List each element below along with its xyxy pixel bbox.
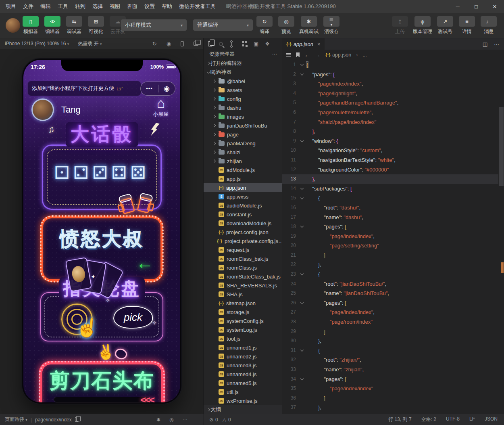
plugin-icon[interactable]: ❖ <box>265 41 270 47</box>
toolbar-button-测试号[interactable]: ↗测试号 <box>436 16 454 35</box>
menu-item[interactable]: 微信开发者工具 <box>179 3 216 10</box>
tree-file-util.js[interactable]: JSutil.js <box>204 387 282 396</box>
code-line-7[interactable]: 7 "shaizi/page/index/index" <box>282 117 498 127</box>
toolbar-button-编辑器[interactable]: </>编辑器 <box>44 16 61 35</box>
tree-file-unnamed5.js[interactable]: JSunnamed5.js <box>204 379 282 387</box>
menu-item[interactable]: 界面 <box>127 3 137 10</box>
more-actions-icon[interactable]: ⋯ <box>183 417 187 423</box>
tree-file-app.js[interactable]: JSapp.js <box>204 174 282 183</box>
tree-file-project.private.config.js…[interactable]: {··}project.private.config.js… <box>204 237 282 245</box>
tree-file-wxPromise.js[interactable]: JSwxPromise.js <box>204 396 282 405</box>
tree-section-打开的编辑器[interactable]: 打开的编辑器 <box>204 59 282 68</box>
code-line-6[interactable]: 6 "page/roulette/roulette", <box>282 108 498 117</box>
tree-folder-page[interactable]: page <box>204 130 282 139</box>
fold-chevron-icon[interactable] <box>300 272 304 275</box>
menu-item[interactable]: 工具 <box>58 3 68 10</box>
tree-file-storage.js[interactable]: JSstorage.js <box>204 308 282 316</box>
code-line-10[interactable]: 10 "navigationStyle": "custom", <box>282 146 498 155</box>
menu-item[interactable]: 选择 <box>92 3 103 10</box>
compile-mode-dropdown[interactable]: 普通编译 ▾ <box>193 19 253 31</box>
eol-setting[interactable]: LF <box>469 416 475 423</box>
tree-folder-dashu[interactable]: dashu <box>204 103 282 112</box>
game-card-angry-uncle[interactable]: 愤怒大叔 ← ✦ <box>40 216 163 282</box>
code-line-11[interactable]: 11 "navigationBarTextStyle": "white", <box>282 155 498 165</box>
toolbar-button-预览[interactable]: ◎预览 <box>277 16 295 35</box>
tree-file-tool.js[interactable]: JStool.js <box>204 334 282 343</box>
extensions-icon[interactable] <box>242 41 244 43</box>
tree-file-request.js[interactable]: JSrequest.js <box>204 245 282 254</box>
bookmark-icon[interactable] <box>296 52 300 57</box>
code-line-35[interactable]: 35 "page/index/index" <box>282 384 498 394</box>
toolbar-button-清缓存[interactable]: ≣ ▾清缓存 <box>323 16 340 35</box>
tree-folder-config[interactable]: config <box>204 94 282 103</box>
package-icon[interactable]: ▣ <box>254 41 258 47</box>
device-frame-icon[interactable] <box>181 41 184 46</box>
code-line-15[interactable]: 15 { <box>282 193 498 203</box>
device-dropdown[interactable]: iPhone 12/13 (Pro) 100% 16 ▾ <box>5 41 69 46</box>
add-tip-bubble[interactable]: 添加到“我的小程序”下次打开更方便 ☞ <box>27 81 141 96</box>
close-tab-icon[interactable]: × <box>317 41 321 47</box>
player-avatar[interactable] <box>31 98 54 121</box>
indent-setting[interactable]: 空格: 2 <box>421 416 436 423</box>
menu-item[interactable]: 视图 <box>110 3 120 10</box>
split-editor-icon[interactable]: ◫ <box>483 41 487 47</box>
tree-file-SHA_REVERSALS.js[interactable]: JSSHA_REVERSALS.js <box>204 281 282 290</box>
tree-file-SHA.js[interactable]: JSSHA.js <box>204 290 282 299</box>
scrollbar-thumb[interactable] <box>499 107 504 186</box>
code-line-21[interactable]: 21 ] <box>282 251 498 260</box>
code-line-16[interactable]: 16 "root": "dashu/", <box>282 203 498 213</box>
tree-file-app.json[interactable]: {··}app.json <box>204 183 282 192</box>
multi-window-icon[interactable] <box>194 42 198 46</box>
rotate-icon[interactable]: ↻ <box>152 41 157 47</box>
menu-item[interactable]: 帮助 <box>162 3 172 10</box>
fold-chevron-icon[interactable] <box>300 63 304 66</box>
tree-file-app.wxss[interactable]: Sapp.wxss <box>204 192 282 201</box>
fold-chevron-icon[interactable] <box>300 186 304 190</box>
copy-icon[interactable] <box>75 417 79 422</box>
tree-file-roomStateClass_bak.js[interactable]: JSroomStateClass_bak.js <box>204 272 282 281</box>
code-line-12[interactable]: 12 "backgroundColor": "#000000" <box>282 165 498 175</box>
code-line-30[interactable]: 30 }, <box>282 336 498 346</box>
toolbar-button-编译[interactable]: ↻编译 <box>256 16 273 35</box>
tree-file-unnamed4.js[interactable]: JSunnamed4.js <box>204 370 282 379</box>
code-line-20[interactable]: 20 "page/setting/setting" <box>282 241 498 251</box>
tree-file-downloadModule.js[interactable]: JSdownloadModule.js <box>204 219 282 228</box>
code-line-27[interactable]: 27 "page/index/index", <box>282 308 498 317</box>
code-line-4[interactable]: 4 "page/light/light", <box>282 89 498 98</box>
code-line-13[interactable]: 13 }, <box>282 174 498 184</box>
tree-section-喝酒神器[interactable]: 喝酒神器 <box>204 68 282 77</box>
git-branch-icon[interactable] <box>231 41 235 47</box>
fold-chevron-icon[interactable] <box>300 301 304 304</box>
toolbar-button-上传[interactable]: ↥上传 <box>391 16 409 35</box>
fold-chevron-icon[interactable] <box>300 72 304 75</box>
breadcrumb-file[interactable]: {··} app.json <box>325 52 351 58</box>
more-actions-icon[interactable]: ⋯ <box>494 41 499 47</box>
list-icon[interactable] <box>286 53 291 57</box>
tree-folder-@babel[interactable]: @babel <box>204 77 282 86</box>
code-area[interactable]: 1{2 "pages": [3 "page/index/index",4 "pa… <box>282 60 498 414</box>
breadcrumb-more[interactable]: ... <box>362 52 367 58</box>
more-actions-icon[interactable]: ⋯ <box>272 49 277 59</box>
fold-chevron-icon[interactable] <box>300 196 304 199</box>
code-line-36[interactable]: 36 ] <box>282 394 498 403</box>
menu-item[interactable]: 转到 <box>75 3 85 10</box>
fold-chevron-icon[interactable] <box>300 139 304 142</box>
game-card-dice[interactable]: ♫ 大话骰 ⚀⚁⚂⚃⚄ <box>42 124 162 210</box>
forward-arrow-icon[interactable]: → <box>315 52 321 58</box>
tree-file-roomClass.js[interactable]: JSroomClass.js <box>204 263 282 272</box>
language-mode[interactable]: JSON <box>485 416 498 423</box>
code-line-19[interactable]: 19 "page/index/index", <box>282 232 498 241</box>
code-line-9[interactable]: 9 "window": { <box>282 136 498 146</box>
code-line-8[interactable]: 8 ], <box>282 127 498 136</box>
code-line-23[interactable]: 23 { <box>282 270 498 279</box>
toolbar-button-版本管理[interactable]: ψ版本管理 <box>413 16 432 35</box>
record-icon[interactable]: ◉ <box>167 41 171 47</box>
tree-folder-paoMaDeng[interactable]: paoMaDeng <box>204 139 282 148</box>
maximize-button[interactable]: □ <box>467 0 485 13</box>
tree-file-sitemap.json[interactable]: {··}sitemap.json <box>204 299 282 308</box>
code-line-3[interactable]: 3 "page/index/index", <box>282 79 498 89</box>
toolbar-button-真机调试[interactable]: ✱真机调试 <box>299 16 319 35</box>
miniprogram-screen[interactable]: 17:26 100% 添加到“我的小程序”下次打开更方便 ☞ ••• <box>23 60 180 402</box>
files-icon[interactable] <box>208 41 212 46</box>
outline-section[interactable]: 大纲 <box>204 405 282 414</box>
